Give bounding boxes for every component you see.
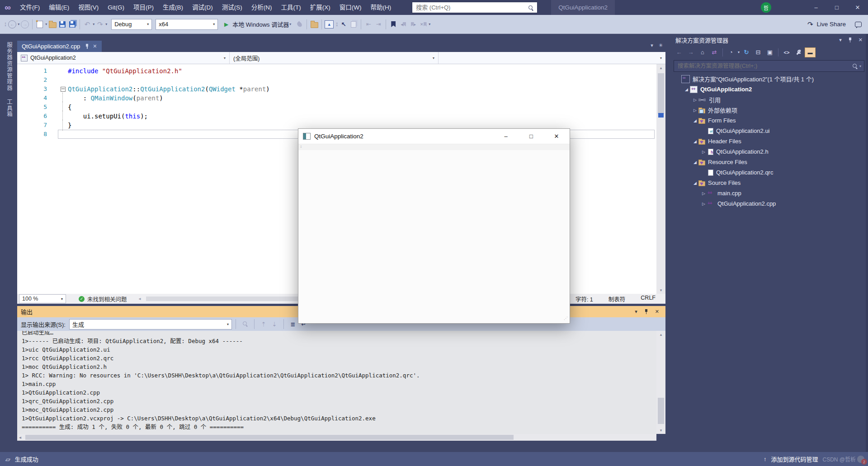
decrease-indent-button[interactable]: ⇤ [363,19,373,30]
next-bookmark-button[interactable]: ▸ [408,19,418,30]
tree-item-12[interactable]: ▷QtGuiApplication2.cpp [670,198,868,209]
menu-item-0[interactable]: 文件(F) [15,0,44,15]
account-avatar[interactable]: 哲 [761,2,771,13]
tab-list-caret-icon[interactable]: ▾ [651,42,653,48]
clear-all-button[interactable]: ≣ [288,321,298,328]
show-all-files-button[interactable]: <> [781,47,792,58]
solution-search-input[interactable] [674,63,852,69]
copy-parallel-button[interactable] [349,19,359,30]
back-dropdown-caret-icon[interactable]: ▾ [18,22,19,26]
tree-expander-icon[interactable]: ◢ [692,181,698,185]
next-message-button[interactable]: ⇣ [269,321,280,328]
scrollbar-thumb[interactable] [658,73,664,114]
qt-title-bar[interactable]: QtGuiApplication2 – □ ✕ [298,129,570,144]
switch-views-button[interactable]: ⇄ [709,47,720,58]
previous-message-button[interactable]: ⇡ [258,321,269,328]
menu-item-11[interactable]: 窗口(W) [335,0,366,15]
redo-button[interactable]: ↷ [95,19,105,30]
code-line-3[interactable]: 3QtGuiApplication2::QtGuiApplication2(QW… [17,85,656,94]
open-file-button[interactable] [47,19,57,30]
output-source-dropdown[interactable]: 生成 ▾ [69,319,232,329]
close-button[interactable]: ✕ [847,0,868,15]
tree-item-6[interactable]: ◢Header Files [670,136,868,146]
zoom-dropdown[interactable]: 100 % ▾ [19,294,66,303]
tree-item-2[interactable]: ▷引用 [670,94,868,105]
undo-caret-icon[interactable]: ▾ [93,22,94,26]
qt-application-window[interactable]: QtGuiApplication2 – □ ✕ ⁞⁞ ⋰ [298,128,570,324]
pin-icon[interactable] [85,44,89,49]
scroll-down-icon[interactable]: ▾ [656,427,665,434]
toolbar-grip[interactable]: ⁞⁞ [336,22,337,27]
minimize-button[interactable]: – [806,0,826,15]
back-button[interactable]: ← [674,47,684,58]
find-message-button[interactable] [240,321,250,328]
solution-configuration-dropdown[interactable]: Debug ▾ [111,19,152,30]
tree-item-10[interactable]: ◢Source Files [670,178,868,188]
tree-item-0[interactable]: 解决方案“QtGuiApplication2”(1 个项目/共 1 个) [670,74,868,84]
tree-expander-icon[interactable]: ▷ [692,108,698,113]
debugger-caret-icon[interactable]: ▾ [289,22,291,26]
outline-collapse-icon[interactable] [61,87,66,92]
menu-item-8[interactable]: 分析(N) [247,0,277,15]
pin-icon[interactable] [849,38,852,42]
navigate-forward-button[interactable]: → [20,19,30,30]
collapse-all-button[interactable]: ⊟ [753,47,764,58]
tree-expander-icon[interactable]: ▷ [700,191,707,196]
quick-search-box[interactable] [412,2,538,13]
types-dropdown[interactable]: QtGuiApplication2 ▾ [17,52,230,64]
navigate-back-button[interactable]: ← [7,19,17,30]
search-caret-icon[interactable]: ▾ [859,64,861,68]
start-debugging-button[interactable]: ▶ [222,19,232,30]
clear-bookmarks-button[interactable]: ✕ [418,19,428,30]
tab-close-icon[interactable]: ✕ [93,43,97,49]
tree-expander-icon[interactable]: ▷ [692,98,698,102]
new-item-button[interactable]: ✦ [35,19,45,30]
qt-maximize-button[interactable]: □ [524,133,538,140]
tree-item-11[interactable]: ▷main.cpp [670,188,868,198]
settings-gear-icon[interactable]: ✳ [659,42,663,48]
tree-expander-icon[interactable]: ▷ [700,150,707,154]
new-item-caret-icon[interactable]: ▾ [45,22,47,26]
bookmark-caret-icon[interactable]: ▾ [429,22,430,26]
refresh-button[interactable]: ↻ [741,47,752,58]
code-line-5[interactable]: 5{ [17,103,656,112]
menu-item-5[interactable]: 生成(B) [158,0,188,15]
pin-icon[interactable] [645,309,648,314]
previous-bookmark-button[interactable]: ◂ [398,19,408,30]
tree-expander-icon[interactable]: ◢ [692,139,698,144]
menu-item-6[interactable]: 调试(D) [188,0,217,15]
tree-expander-icon[interactable]: ◢ [692,118,698,123]
hot-reload-button[interactable] [294,19,304,30]
scroll-up-icon[interactable]: ▴ [656,331,665,338]
search-input[interactable] [412,4,528,11]
feedback-icon[interactable] [855,22,862,27]
properties-button[interactable]: ▣ [764,47,775,58]
save-button[interactable] [57,19,67,30]
solution-search-box[interactable]: ▾ [674,60,864,72]
tree-expander-icon[interactable]: ◢ [692,160,698,165]
scroll-left-icon[interactable]: ◂ [139,296,141,302]
editor-vertical-scrollbar[interactable]: ▴ ▾ [656,64,665,294]
qt-close-button[interactable]: ✕ [550,133,563,140]
tree-expander-icon[interactable]: ▷ [700,202,707,206]
save-all-button[interactable] [67,19,77,30]
tree-item-1[interactable]: ◢QtGuiApplication2 [670,84,868,94]
live-share-button[interactable]: Live Share [816,21,846,28]
tab-qtguiapplication2-cpp[interactable]: QtGuiApplication2.cpp ✕ [17,41,102,52]
window-position-caret-icon[interactable]: ▾ [635,309,637,315]
add-to-source-control-button[interactable]: 添加到源代码管理 [771,455,818,463]
scrollbar-thumb[interactable] [25,435,514,440]
close-icon[interactable]: ✕ [655,309,659,315]
menu-item-3[interactable]: Git(G) [103,0,129,15]
tree-expander-icon[interactable]: ◢ [683,87,690,92]
code-line-1[interactable]: 1#include "QtGuiApplication2.h" [17,66,656,75]
menu-item-10[interactable]: 扩展(X) [306,0,335,15]
menu-item-9[interactable]: 工具(T) [277,0,306,15]
output-vertical-scrollbar[interactable]: ▴ ▾ [656,331,665,434]
project-properties-button[interactable] [793,47,804,58]
tree-item-9[interactable]: QtGuiApplication2.qrc [670,167,868,178]
close-icon[interactable]: ✕ [859,37,863,43]
menu-item-4[interactable]: 项目(P) [129,0,158,15]
redo-caret-icon[interactable]: ▾ [105,22,107,26]
menu-item-2[interactable]: 视图(V) [74,0,103,15]
